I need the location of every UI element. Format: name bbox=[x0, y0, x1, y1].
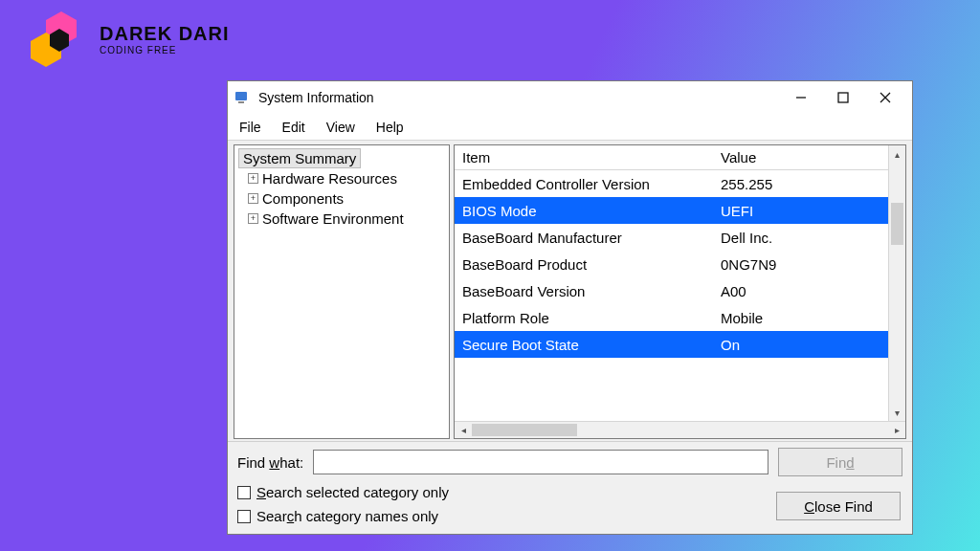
cell-value: UEFI bbox=[713, 201, 905, 221]
chk-selected-category-label: Search selected category only bbox=[256, 484, 449, 500]
chk-category-names[interactable] bbox=[237, 510, 251, 523]
svg-rect-3 bbox=[235, 92, 247, 100]
table-row[interactable]: BaseBoard Product0NG7N9 bbox=[455, 251, 905, 277]
expand-icon[interactable]: + bbox=[248, 193, 258, 204]
cell-value: Mobile bbox=[713, 308, 905, 328]
header-value[interactable]: Value bbox=[713, 146, 905, 168]
system-information-window: System Information File Edit View Help S… bbox=[227, 80, 913, 535]
tree-item[interactable]: +Components bbox=[238, 188, 445, 209]
maximize-button[interactable] bbox=[822, 83, 864, 112]
logo-title: DAREK DARI bbox=[100, 23, 230, 45]
cell-item: Secure Boot State bbox=[455, 335, 713, 355]
tree-item-label: Components bbox=[262, 190, 344, 207]
svg-rect-6 bbox=[838, 93, 848, 102]
title-bar[interactable]: System Information bbox=[228, 81, 912, 114]
scroll-up-icon[interactable]: ▴ bbox=[889, 145, 905, 163]
cell-value: Dell Inc. bbox=[713, 228, 905, 248]
tree-item[interactable]: +Hardware Resources bbox=[238, 168, 445, 188]
cell-value: 0NG7N9 bbox=[713, 254, 905, 275]
tree-item-label: Software Environment bbox=[262, 210, 404, 227]
find-bar: Find what: Find Search selected category… bbox=[228, 441, 912, 534]
tree-item[interactable]: +Software Environment bbox=[238, 209, 445, 229]
scroll-right-icon[interactable]: ▸ bbox=[888, 425, 905, 435]
scroll-down-icon[interactable]: ▾ bbox=[889, 404, 905, 421]
menu-file[interactable]: File bbox=[235, 118, 265, 137]
tree-root[interactable]: System Summary bbox=[238, 148, 361, 168]
cell-item: BaseBoard Product bbox=[455, 254, 713, 275]
cell-item: BaseBoard Version bbox=[455, 281, 713, 301]
expand-icon[interactable]: + bbox=[248, 213, 258, 224]
vertical-scrollbar[interactable]: ▴ ▾ bbox=[888, 145, 905, 421]
horizontal-scrollbar[interactable]: ◂ ▸ bbox=[455, 421, 905, 438]
find-input[interactable] bbox=[313, 450, 768, 474]
cell-item: BaseBoard Manufacturer bbox=[455, 228, 713, 248]
menu-edit[interactable]: Edit bbox=[278, 118, 309, 137]
find-label: Find what: bbox=[237, 454, 303, 471]
table-row[interactable]: BaseBoard VersionA00 bbox=[455, 277, 905, 304]
svg-rect-4 bbox=[238, 101, 244, 103]
app-icon bbox=[234, 89, 251, 106]
close-find-button[interactable]: Close Find bbox=[776, 492, 901, 520]
table-row[interactable]: BIOS ModeUEFI bbox=[455, 197, 905, 224]
scroll-left-icon[interactable]: ◂ bbox=[455, 425, 472, 435]
hex-icon bbox=[29, 11, 94, 67]
chk-selected-category[interactable] bbox=[237, 486, 251, 499]
cell-value: A00 bbox=[713, 281, 905, 301]
menu-bar: File Edit View Help bbox=[228, 114, 912, 141]
chk-category-names-label: Search category names only bbox=[256, 508, 438, 524]
cell-value: 255.255 bbox=[713, 174, 905, 194]
menu-help[interactable]: Help bbox=[372, 118, 408, 137]
table-row[interactable]: Platform RoleMobile bbox=[455, 304, 905, 331]
cell-item: Platform Role bbox=[455, 308, 713, 328]
logo-subtitle: CODING FREE bbox=[100, 45, 230, 55]
table-row[interactable]: Embedded Controller Version255.255 bbox=[455, 170, 905, 197]
cell-item: BIOS Mode bbox=[455, 201, 713, 221]
cell-item: Embedded Controller Version bbox=[455, 174, 713, 194]
expand-icon[interactable]: + bbox=[248, 173, 258, 184]
header-item[interactable]: Item bbox=[455, 146, 713, 168]
window-title: System Information bbox=[258, 90, 374, 105]
category-tree[interactable]: System Summary +Hardware Resources+Compo… bbox=[234, 144, 450, 439]
table-row[interactable]: Secure Boot StateOn bbox=[455, 331, 905, 358]
minimize-button[interactable] bbox=[780, 83, 822, 112]
brand-logo: DAREK DARI CODING FREE bbox=[29, 11, 230, 67]
menu-view[interactable]: View bbox=[323, 118, 359, 137]
table-row[interactable]: BaseBoard ManufacturerDell Inc. bbox=[455, 224, 905, 251]
list-header: Item Value bbox=[455, 145, 905, 170]
tree-item-label: Hardware Resources bbox=[262, 170, 397, 187]
find-button[interactable]: Find bbox=[778, 448, 902, 476]
cell-value: On bbox=[713, 335, 905, 355]
vscroll-thumb[interactable] bbox=[891, 203, 903, 245]
hscroll-thumb[interactable] bbox=[472, 424, 577, 436]
details-list[interactable]: Item Value Embedded Controller Version25… bbox=[454, 144, 906, 439]
close-button[interactable] bbox=[864, 83, 906, 112]
